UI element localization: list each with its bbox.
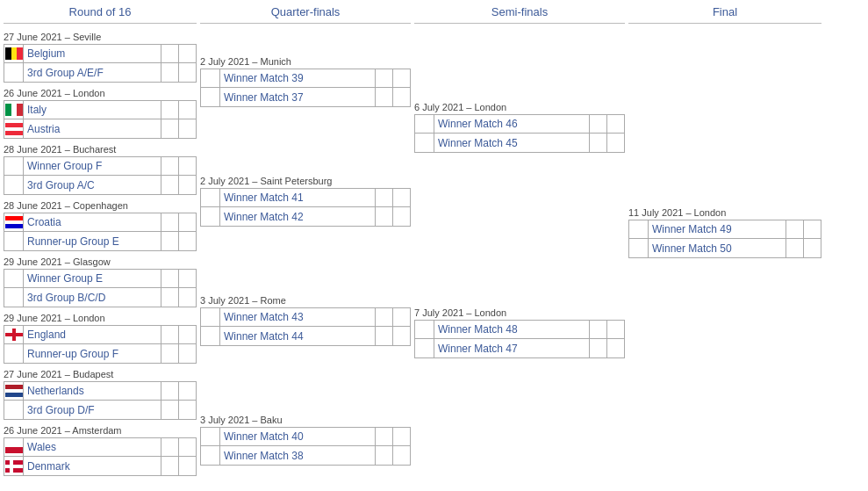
match42-team1-name: England	[24, 329, 161, 341]
r16-match37-group: 27 June 2021 – Seville Belgium 3rd Group…	[4, 26, 197, 83]
qf-match47-team2-name: Winner Match 44	[220, 330, 375, 343]
sf-match50-team2-row: Winner Match 47	[415, 339, 624, 357]
match44-team1-score	[161, 438, 178, 456]
match41-team1-score2	[178, 270, 196, 287]
qf-match48-team2-score	[375, 446, 392, 465]
match44-team2-score2	[178, 457, 196, 475]
qf-match48-team1-flag	[201, 428, 220, 445]
match38-team1-name: Italy	[24, 104, 161, 116]
match44-team1-row: Wales	[4, 438, 196, 457]
qf-match45-team1-row: Winner Match 39	[201, 69, 410, 88]
qf-match46-venue: 2 July 2021 – Saint Petersburg	[200, 176, 411, 186]
final-header: Final	[628, 4, 821, 24]
match37-team1-flag	[4, 45, 24, 62]
round-sf: Semi-finals 6 July 2021 – London Winner …	[414, 4, 625, 476]
match40-team1-score2	[178, 213, 196, 231]
sf-match50-team2-score	[589, 339, 606, 357]
match40-team1-score	[161, 213, 178, 231]
qf-match47: Winner Match 43 Winner Match 44	[200, 307, 411, 346]
sf-match50-team1-row: Winner Match 48	[415, 321, 624, 339]
qf-match48-team1-row: Winner Match 40	[201, 428, 410, 446]
qf-match45-team2-row: Winner Match 37	[201, 88, 410, 106]
r16-match44-group: 26 June 2021 – Amsterdam Wales	[4, 420, 197, 476]
qf-match46-team2-row: Winner Match 42	[201, 207, 410, 226]
qf-match47-team2-flag	[201, 327, 220, 345]
final-match51: Winner Match 49 Winner Match 50	[628, 220, 821, 258]
match42-team2-row: Runner-up Group F	[4, 344, 196, 363]
match42-team2-score	[161, 344, 178, 363]
qf-match45-team1-name: Winner Match 39	[220, 72, 375, 84]
match43-team2-name: 3rd Group D/F	[24, 404, 161, 416]
match37-team1-row: Belgium	[4, 45, 196, 63]
final-match51-team2-row: Winner Match 50	[629, 239, 821, 257]
match41-team1-score	[161, 270, 178, 287]
r16-match43-venue: 27 June 2021 – Budapest	[4, 369, 197, 379]
sf-match49-group: 6 July 2021 – London Winner Match 46 Win…	[414, 97, 625, 153]
r16-match38-venue: 26 June 2021 – London	[4, 88, 197, 98]
match43-team1-score2	[178, 382, 196, 400]
r16-match41-venue: 29 June 2021 – Glasgow	[4, 256, 197, 267]
match40-team1-row: Croatia	[4, 213, 196, 232]
r16-match42-group: 29 June 2021 – London England	[4, 307, 197, 364]
match39-team2-score	[161, 176, 178, 194]
match37-team2-row: 3rd Group A/E/F	[4, 63, 196, 82]
r16-match44: Wales Denmark	[4, 437, 197, 476]
r16-match44-venue: 26 June 2021 – Amsterdam	[4, 425, 197, 436]
final-match51-team2-flag	[629, 239, 649, 257]
croatia-flag	[5, 216, 23, 228]
qf-match47-team1-score2	[392, 308, 410, 326]
qf-match48-venue: 3 July 2021 – Baku	[200, 415, 411, 425]
match41-team2-name: 3rd Group B/C/D	[24, 292, 161, 304]
round-r16: Round of 16 27 June 2021 – Seville Belgi…	[4, 4, 197, 476]
qf-match48-team1-score2	[392, 428, 410, 445]
match41-team2-score	[161, 288, 178, 307]
sf-match50-team1-flag	[415, 321, 434, 338]
final-match51-group: 11 July 2021 – London Winner Match 49 Wi…	[628, 202, 821, 258]
r16-match40-group: 28 June 2021 – Copenhagen Croatia Runner…	[4, 195, 197, 251]
qf-match46-team1-score2	[392, 189, 410, 206]
qf-match48-team2-row: Winner Match 38	[201, 446, 410, 465]
r16-match43-group: 27 June 2021 – Budapest Netherlands 3rd …	[4, 364, 197, 420]
final-match51-team1-name: Winner Match 49	[649, 223, 786, 235]
sf-match50-team1-name: Winner Match 48	[434, 323, 589, 336]
qf-match47-team2-row: Winner Match 44	[201, 327, 410, 345]
match39-team1-name: Winner Group F	[24, 160, 161, 172]
match39-team2-name: 3rd Group A/C	[24, 179, 161, 191]
match38-team1-score2	[178, 101, 196, 119]
qf-match46-team2-name: Winner Match 42	[220, 211, 375, 223]
r16-match42-venue: 29 June 2021 – London	[4, 313, 197, 323]
match41-team1-name: Winner Group E	[24, 272, 161, 285]
sf-match49-team2-row: Winner Match 45	[415, 134, 624, 152]
italy-flag	[5, 104, 23, 116]
match42-team1-flag	[4, 326, 24, 343]
qf-match47-team1-name: Winner Match 43	[220, 311, 375, 323]
match44-team2-row: Denmark	[4, 457, 196, 475]
match39-team2-flag	[4, 176, 24, 194]
sf-match49-team1-score	[589, 115, 606, 133]
match43-team1-flag	[4, 382, 24, 400]
match39-team2-score2	[178, 176, 196, 194]
qf-match47-team1-score	[375, 308, 392, 326]
final-match51-team1-row: Winner Match 49	[629, 220, 821, 239]
match38-team2-row: Austria	[4, 119, 196, 138]
match43-team1-name: Netherlands	[24, 385, 161, 397]
sf-match49-team1-row: Winner Match 46	[415, 115, 624, 134]
qf-match48-team1-score	[375, 428, 392, 445]
match39-team1-flag	[4, 157, 24, 175]
match39-team1-row: Winner Group F	[4, 157, 196, 176]
austria-flag	[5, 123, 23, 135]
qf-match48-team2-score2	[392, 446, 410, 465]
match41-team2-flag	[4, 288, 24, 307]
sf-match49-team2-score	[589, 134, 606, 152]
match42-team2-score2	[178, 344, 196, 363]
match38-team2-flag	[4, 119, 24, 138]
match37-team2-name: 3rd Group A/E/F	[24, 67, 161, 79]
qf-match47-group: 3 July 2021 – Rome Winner Match 43 Winne…	[200, 290, 411, 346]
qf-match46-team2-flag	[201, 207, 220, 226]
final-match51-team2-name: Winner Match 50	[649, 242, 786, 255]
england-flag	[5, 329, 23, 341]
match40-team2-score	[161, 232, 178, 250]
match40-team1-name: Croatia	[24, 216, 161, 228]
match43-team2-score	[161, 401, 178, 419]
qf-match46-team2-score	[375, 207, 392, 226]
